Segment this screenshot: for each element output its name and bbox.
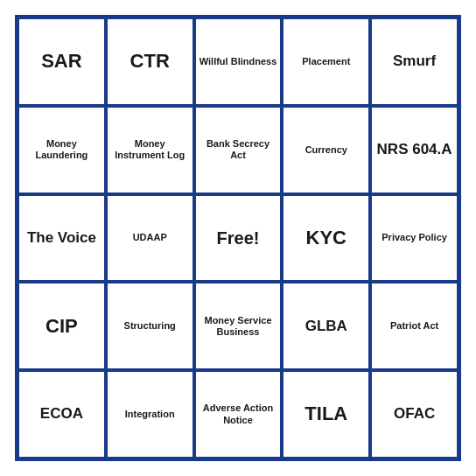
bingo-cell-r3c0: CIP	[18, 282, 106, 370]
bingo-cell-r4c1: Integration	[106, 370, 194, 458]
bingo-cell-r1c3: Currency	[282, 106, 370, 194]
bingo-cell-r2c0: The Voice	[18, 194, 106, 283]
bingo-cell-r0c0: SAR	[18, 18, 106, 106]
bingo-cell-r0c1: CTR	[106, 18, 194, 106]
bingo-cell-r1c2: Bank Secrecy Act	[194, 106, 283, 194]
bingo-cell-r2c1: UDAAP	[106, 194, 194, 283]
bingo-cell-r4c4: OFAC	[370, 370, 458, 458]
bingo-cell-r1c1: Money Instrument Log	[106, 106, 194, 194]
bingo-cell-r0c4: Smurf	[370, 18, 458, 106]
bingo-cell-r1c0: Money Laundering	[18, 106, 106, 194]
bingo-cell-r2c4: Privacy Policy	[370, 194, 458, 283]
bingo-cell-r3c1: Structuring	[106, 282, 194, 370]
bingo-cell-r2c2: Free!	[194, 194, 283, 283]
bingo-cell-r0c3: Placement	[282, 18, 370, 106]
bingo-cell-r2c3: KYC	[282, 194, 370, 283]
bingo-cell-r4c3: TILA	[282, 370, 370, 458]
bingo-board: SARCTRWillful BlindnessPlacementSmurfMon…	[15, 15, 461, 461]
bingo-cell-r4c0: ECOA	[18, 370, 106, 458]
bingo-cell-r4c2: Adverse Action Notice	[194, 370, 283, 458]
bingo-cell-r3c3: GLBA	[282, 282, 370, 370]
bingo-cell-r1c4: NRS 604.A	[370, 106, 458, 194]
bingo-cell-r0c2: Willful Blindness	[194, 18, 283, 106]
bingo-cell-r3c2: Money Service Business	[194, 282, 283, 370]
bingo-cell-r3c4: Patriot Act	[370, 282, 458, 370]
